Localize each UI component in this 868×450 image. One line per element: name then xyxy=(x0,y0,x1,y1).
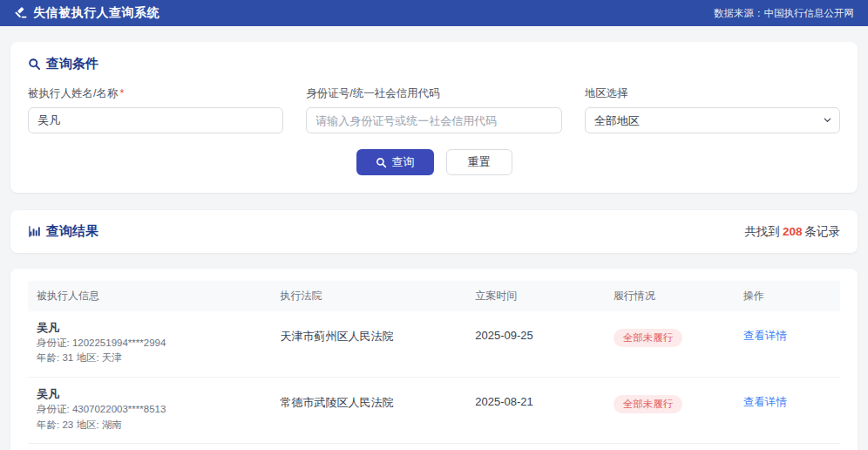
results-table-body: 吴凡 身份证: 1202251994****2994 年龄: 31 地区: 天津… xyxy=(28,311,840,450)
person-cell: 吴凡 身份证: 4307022003****8513 年龄: 23 地区: 湖南 xyxy=(28,378,272,444)
column-header-person: 被执行人信息 xyxy=(28,281,272,311)
status-badge: 全部未履行 xyxy=(614,395,683,413)
app-brand: 失信被执行人查询系统 xyxy=(14,5,159,21)
query-section-title: 查询条件 xyxy=(28,56,840,72)
query-section-title-text: 查询条件 xyxy=(46,56,98,72)
name-field-group: 被执行人姓名/名称* xyxy=(28,86,283,133)
person-id: 身份证: 4307022003****8513 xyxy=(37,402,263,418)
action-cell: 查看详情 xyxy=(735,311,840,378)
id-field-group: 身份证号/统一社会信用代码 xyxy=(306,86,561,133)
id-field-label: 身份证号/统一社会信用代码 xyxy=(306,86,561,101)
topbar: 失信被执行人查询系统 数据来源：中国执行信息公开网 xyxy=(0,0,868,26)
reset-button-label: 重置 xyxy=(468,154,491,170)
reset-button[interactable]: 重置 xyxy=(446,149,512,175)
query-fields: 被执行人姓名/名称* 身份证号/统一社会信用代码 地区选择 全部地区 xyxy=(28,86,840,133)
region-select[interactable]: 全部地区 xyxy=(585,107,840,133)
action-cell: 查看详情 xyxy=(735,378,840,444)
search-icon xyxy=(28,58,41,71)
results-table-card: 被执行人信息 执行法院 立案时间 履行情况 操作 吴凡 身份证: 1202251… xyxy=(10,269,858,450)
query-card: 查询条件 被执行人姓名/名称* 身份证号/统一社会信用代码 地区选择 全部地区 xyxy=(10,42,858,193)
search-button-label: 查询 xyxy=(392,154,415,170)
record-count-number: 208 xyxy=(783,225,803,238)
court-cell: 天津市蓟州区人民法院 xyxy=(272,311,467,378)
court-cell: 常德市武陵区人民法院 xyxy=(272,378,467,444)
view-detail-link[interactable]: 查看详情 xyxy=(743,396,787,408)
status-cell: 全部未履行 xyxy=(605,378,735,444)
date-cell: 2025-08-21 xyxy=(466,378,604,444)
required-mark: * xyxy=(119,87,124,99)
status-badge: 全部未履行 xyxy=(614,329,683,347)
table-row: 吴凡 身份证: 4307022003****8513 年龄: 23 地区: 湖南… xyxy=(28,378,840,444)
action-cell: 查看详情 xyxy=(735,444,840,450)
results-table: 被执行人信息 执行法院 立案时间 履行情况 操作 吴凡 身份证: 1202251… xyxy=(28,281,840,450)
table-row: 吴凡 身份证: 3408231989****2176 年龄: 36 地区: 安徽… xyxy=(28,444,840,450)
date-cell: 2025-09-25 xyxy=(466,311,604,378)
region-select-wrap: 全部地区 xyxy=(585,107,840,133)
person-cell: 吴凡 身份证: 3408231989****2176 年龄: 36 地区: 安徽 xyxy=(28,444,272,450)
table-row: 吴凡 身份证: 1202251994****2994 年龄: 31 地区: 天津… xyxy=(28,311,840,378)
person-cell: 吴凡 身份证: 1202251994****2994 年龄: 31 地区: 天津 xyxy=(28,311,272,378)
status-cell: 全部未履行 xyxy=(605,311,735,378)
status-cell: 全部未履行 xyxy=(605,444,735,450)
view-detail-link[interactable]: 查看详情 xyxy=(743,330,787,342)
person-name: 吴凡 xyxy=(37,320,263,336)
person-name: 吴凡 xyxy=(37,386,263,402)
region-field-group: 地区选择 全部地区 xyxy=(585,86,840,133)
person-meta: 年龄: 31 地区: 天津 xyxy=(37,351,263,366)
id-input[interactable] xyxy=(306,107,561,133)
app-title: 失信被执行人查询系统 xyxy=(33,5,159,21)
column-header-date: 立案时间 xyxy=(466,281,604,311)
data-source-note: 数据来源：中国执行信息公开网 xyxy=(714,7,854,20)
record-count-suffix: 条记录 xyxy=(805,225,841,238)
results-section-title: 查询结果 xyxy=(28,223,98,240)
name-input[interactable] xyxy=(28,107,283,133)
date-cell: 2025-08-13 xyxy=(466,444,604,450)
record-count: 共找到208条记录 xyxy=(744,224,840,240)
column-header-action: 操作 xyxy=(735,281,840,311)
region-field-label: 地区选择 xyxy=(585,86,840,101)
person-meta: 年龄: 23 地区: 湖南 xyxy=(37,418,263,433)
person-id: 身份证: 1202251994****2994 xyxy=(37,336,263,351)
name-field-label-text: 被执行人姓名/名称 xyxy=(28,87,118,99)
page-body: 查询条件 被执行人姓名/名称* 身份证号/统一社会信用代码 地区选择 全部地区 xyxy=(0,42,868,450)
results-header-card: 查询结果 共找到208条记录 xyxy=(10,210,858,253)
bar-chart-icon xyxy=(28,225,41,238)
column-header-status: 履行情况 xyxy=(605,281,735,311)
query-buttons: 查询 重置 xyxy=(28,149,840,175)
results-table-head: 被执行人信息 执行法院 立案时间 履行情况 操作 xyxy=(28,281,840,311)
column-header-court: 执行法院 xyxy=(272,281,467,311)
record-count-prefix: 共找到 xyxy=(744,225,780,238)
name-field-label: 被执行人姓名/名称* xyxy=(28,86,283,101)
court-cell: 枞阳县人民法院 xyxy=(272,444,467,450)
gavel-icon xyxy=(14,7,27,20)
search-button-icon xyxy=(376,157,387,168)
results-table-header-row: 被执行人信息 执行法院 立案时间 履行情况 操作 xyxy=(28,281,840,311)
search-button[interactable]: 查询 xyxy=(356,149,434,175)
results-section-title-text: 查询结果 xyxy=(46,223,98,240)
